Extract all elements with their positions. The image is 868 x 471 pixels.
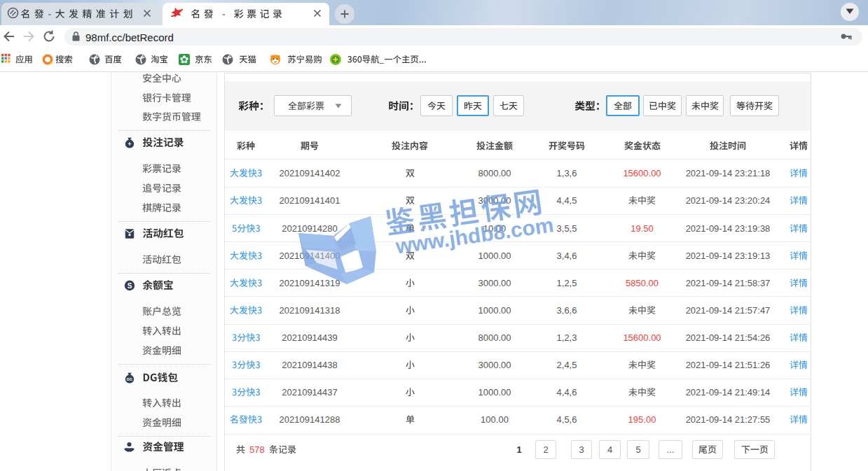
svg-text:DG: DG: [127, 377, 132, 381]
svg-text:S: S: [128, 281, 132, 289]
